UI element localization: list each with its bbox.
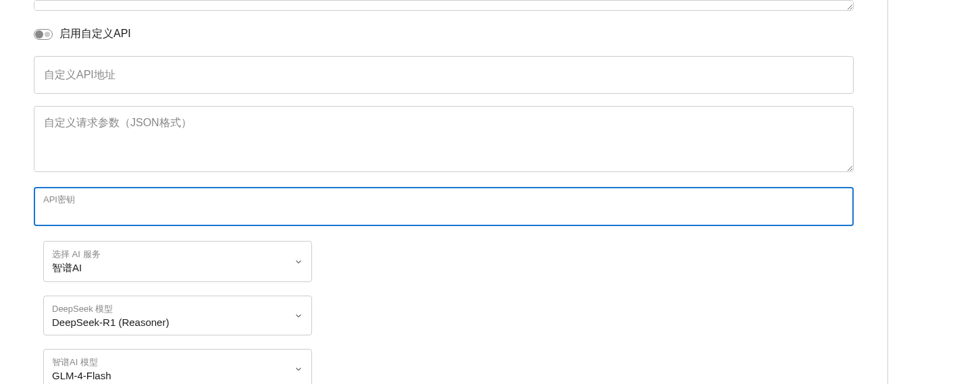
zhipu-model-select-label: 智谱AI 模型: [52, 356, 284, 368]
custom-request-params-textarea[interactable]: [34, 106, 854, 172]
toggle-knob-icon: [35, 30, 43, 38]
previous-textarea[interactable]: [34, 0, 854, 11]
deepseek-model-select-value: DeepSeek-R1 (Reasoner): [52, 317, 284, 328]
ai-service-select-label: 选择 AI 服务: [52, 248, 284, 260]
chevron-down-icon: [294, 364, 303, 374]
chevron-down-icon: [294, 257, 303, 267]
toggle-knob-icon-shadow: [45, 32, 50, 37]
deepseek-model-select[interactable]: DeepSeek 模型 DeepSeek-R1 (Reasoner): [43, 296, 312, 335]
enable-custom-api-row: 启用自定义API: [34, 27, 854, 41]
enable-custom-api-label: 启用自定义API: [59, 27, 131, 41]
custom-api-url-input[interactable]: [34, 56, 854, 94]
deepseek-model-select-label: DeepSeek 模型: [52, 303, 284, 315]
ai-service-select-value: 智谱AI: [52, 262, 284, 275]
chevron-down-icon: [294, 311, 303, 321]
api-key-group: API密钥: [34, 187, 854, 226]
custom-request-params-group: [34, 106, 854, 175]
ai-service-select[interactable]: 选择 AI 服务 智谱AI: [43, 241, 312, 282]
enable-custom-api-toggle[interactable]: [34, 29, 53, 40]
settings-form-container: 启用自定义API API密钥 选择 AI 服务 智谱AI DeepSeek 模型…: [0, 0, 888, 384]
zhipu-model-select[interactable]: 智谱AI 模型 GLM-4-Flash: [43, 349, 312, 384]
custom-api-url-group: [34, 56, 854, 94]
zhipu-model-select-value: GLM-4-Flash: [52, 370, 284, 381]
api-key-input[interactable]: [35, 188, 852, 225]
